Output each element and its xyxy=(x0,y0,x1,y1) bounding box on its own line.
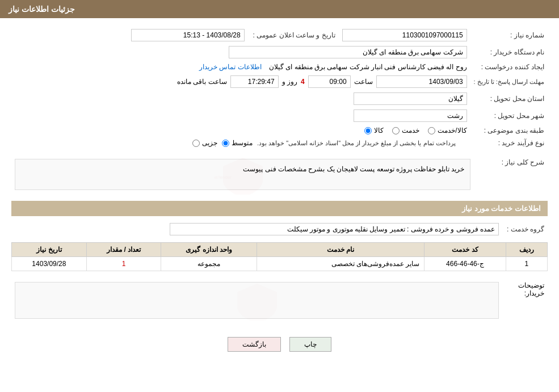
description-text: خرید تابلو حفاظت پروژه توسعه پست لاهیجان… xyxy=(21,165,464,173)
svg-text:AnaTender: AnaTender xyxy=(215,175,232,180)
print-button[interactable]: چاپ xyxy=(289,337,331,352)
category-khadamat-radio[interactable] xyxy=(392,127,400,134)
category-khadamat-label: خدمت xyxy=(402,127,419,134)
cell-unit: مجموعه xyxy=(161,257,257,271)
main-content: شماره نیاز : تاریخ و ساعت اعلان عمومی : … xyxy=(0,18,559,369)
buyer-org-input[interactable] xyxy=(229,46,467,58)
purchase-motavaset-label: متوسط xyxy=(232,139,253,147)
services-section-header: اطلاعات خدمات مورد نیاز xyxy=(11,201,548,216)
city-input[interactable] xyxy=(354,109,467,122)
deadline-time-input[interactable] xyxy=(308,75,351,88)
page-header: جزئیات اطلاعات نیاز xyxy=(0,0,559,18)
purchase-jozii-label: جزیی xyxy=(202,139,217,147)
service-group-input[interactable] xyxy=(170,223,499,235)
buyer-org-label: نام دستگاه خریدار : xyxy=(470,44,548,61)
buyer-notes-area xyxy=(15,282,499,319)
footer-buttons: چاپ بازگشت xyxy=(11,328,548,360)
category-kala-khadamat-radio[interactable] xyxy=(428,127,435,134)
table-row: 1 ج-46-46-466 سایر عمده‌فروشی‌های تخصصی … xyxy=(12,257,548,271)
purchase-notice: پرداخت تمام یا بخشی از مبلغ خریدار از مح… xyxy=(257,140,456,147)
province-label: استان محل تحویل : xyxy=(470,90,548,107)
purchase-motavaset-radio[interactable] xyxy=(222,140,229,147)
watermark-shield-icon: AnaTender xyxy=(215,155,271,195)
deadline-day-label: روز و xyxy=(282,78,297,86)
category-kala-radio[interactable] xyxy=(364,127,372,134)
cell-radif: 1 xyxy=(506,257,548,271)
col-unit: واحد اندازه گیری xyxy=(161,243,257,257)
announce-label: تاریخ و ساعت اعلان عمومی : xyxy=(248,27,339,44)
deadline-date-input[interactable] xyxy=(376,75,467,88)
cell-qty: 1 xyxy=(86,257,161,271)
deadline-label: مهلت ارسال پاسخ: تا تاریخ : xyxy=(470,73,548,90)
description-label: شرح کلی نیاز : xyxy=(474,154,548,195)
col-name: نام خدمت xyxy=(257,243,424,257)
col-date: تاریخ نیاز xyxy=(12,243,87,257)
category-kala-khadamat-label: کالا/خدمت xyxy=(438,127,466,134)
category-khadamat-item: خدمت xyxy=(392,127,419,134)
col-radif: ردیف xyxy=(506,243,548,257)
province-input[interactable] xyxy=(354,92,467,105)
service-group-label: گروه خدمت : xyxy=(502,221,548,238)
page-container: جزئیات اطلاعات نیاز شماره نیاز : تاریخ و… xyxy=(0,0,559,392)
category-label: طبقه بندی موضوعی : xyxy=(470,124,548,137)
creator-label: ایجاد کننده درخواست : xyxy=(470,61,548,73)
city-label: شهر محل تحویل : xyxy=(470,107,548,124)
description-area: AnaTender خرید تابلو حفاظت پروژه توسعه پ… xyxy=(15,159,470,190)
deadline-remaining-input[interactable] xyxy=(230,75,279,88)
contact-link[interactable]: اطلاعات تماس خریدار xyxy=(199,63,262,71)
need-number-label: شماره نیاز : xyxy=(470,27,548,44)
cell-code: ج-46-46-466 xyxy=(424,257,506,271)
category-kala-khadamat-item: کالا/خدمت xyxy=(428,127,466,134)
info-table: شماره نیاز : تاریخ و ساعت اعلان عمومی : … xyxy=(11,27,548,149)
purchase-jozii-radio[interactable] xyxy=(192,140,200,147)
services-table: ردیف کد خدمت نام خدمت واحد اندازه گیری ت… xyxy=(11,242,548,271)
buyer-notes-table: توضیحات خریدار: xyxy=(11,277,548,324)
cell-name: سایر عمده‌فروشی‌های تخصصی xyxy=(257,257,424,271)
deadline-days-value: 4 xyxy=(301,78,305,86)
cell-date: 1403/09/28 xyxy=(12,257,87,271)
description-table: شرح کلی نیاز : AnaTender خرید تابلو حفاظ… xyxy=(11,154,548,195)
purchase-motavaset-item: متوسط xyxy=(222,139,253,147)
category-kala-item: کالا xyxy=(364,127,384,134)
category-kala-label: کالا xyxy=(374,127,384,134)
back-button[interactable]: بازگشت xyxy=(228,337,281,352)
buyer-notes-label: توضیحات خریدار: xyxy=(502,277,548,324)
service-group-table: گروه خدمت : xyxy=(11,221,548,238)
creator-value: روح اله فیضی کارشناس فنی انبار شرکت سهام… xyxy=(269,63,467,71)
col-code: کد خدمت xyxy=(424,243,506,257)
col-qty: تعداد / مقدار xyxy=(86,243,161,257)
deadline-time-label: ساعت xyxy=(354,78,373,86)
announce-input[interactable] xyxy=(131,29,245,41)
watermark-notes-icon xyxy=(229,281,285,321)
purchase-jozii-item: جزیی xyxy=(192,139,217,147)
page-title: جزئیات اطلاعات نیاز xyxy=(9,5,75,14)
deadline-remaining-label: ساعت باقی مانده xyxy=(177,78,227,86)
purchase-type-label: نوع فرآیند خرید : xyxy=(470,137,548,149)
need-number-input[interactable] xyxy=(342,29,467,41)
